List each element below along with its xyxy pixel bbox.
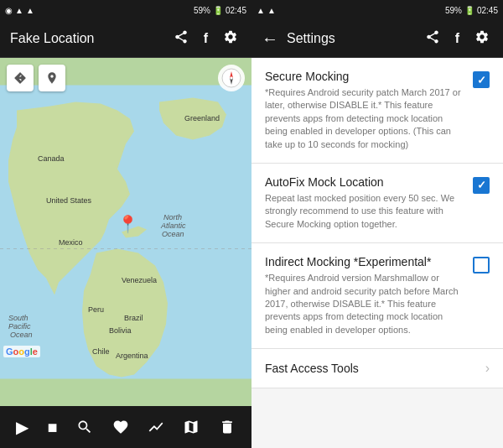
setting-indirect-mocking: Indirect Mocking *Experimental* *Require… bbox=[252, 243, 503, 349]
location-icon: ◉ bbox=[5, 6, 13, 15]
share-button-left[interactable] bbox=[170, 26, 192, 52]
autofix-mock-text: AutoFix Mock Location Repeat last mocked… bbox=[265, 175, 463, 231]
delete-button[interactable] bbox=[214, 414, 241, 440]
svg-text:Pacific: Pacific bbox=[8, 322, 31, 331]
svg-text:Greenland: Greenland bbox=[184, 114, 220, 122]
secure-mocking-checkbox[interactable] bbox=[473, 71, 490, 88]
battery-icon-left: 🔋 bbox=[213, 6, 223, 15]
svg-text:South: South bbox=[8, 314, 29, 322]
play-button[interactable]: ▶ bbox=[11, 412, 34, 442]
svg-text:Mexico: Mexico bbox=[59, 238, 83, 247]
secure-mocking-title: Secure Mocking bbox=[265, 70, 463, 83]
status-bar-right: ▲ ▲ 59% 🔋 02:45 bbox=[252, 0, 503, 20]
autofix-mock-desc: Repeat last mocked position every 50 sec… bbox=[265, 192, 463, 231]
setting-fast-access[interactable]: Fast Access Tools › bbox=[252, 349, 503, 388]
svg-text:Chile: Chile bbox=[92, 347, 110, 356]
signal-icon-right: ▲ bbox=[257, 6, 265, 15]
battery-percent-right: 59% bbox=[445, 6, 462, 15]
svg-text:Ocean: Ocean bbox=[10, 331, 33, 339]
svg-text:📍: 📍 bbox=[117, 214, 138, 234]
route-button[interactable] bbox=[143, 414, 169, 440]
indirect-mocking-text: Indirect Mocking *Experimental* *Require… bbox=[265, 255, 463, 336]
fast-access-title: Fast Access Tools bbox=[265, 362, 485, 375]
compass[interactable] bbox=[218, 65, 245, 91]
autofix-mock-checkbox[interactable] bbox=[473, 177, 490, 194]
svg-text:North: North bbox=[163, 213, 182, 221]
setting-secure-mocking: Secure Mocking *Requires Android securit… bbox=[252, 58, 503, 164]
share-button-right[interactable] bbox=[422, 26, 443, 52]
navigate-button[interactable] bbox=[7, 65, 34, 91]
fast-access-chevron-icon: › bbox=[485, 361, 490, 376]
facebook-button-right[interactable]: f bbox=[452, 28, 463, 49]
time-right: 02:45 bbox=[477, 6, 498, 15]
search-button[interactable] bbox=[71, 414, 98, 440]
setting-autofix-mock: AutoFix Mock Location Repeat last mocked… bbox=[252, 164, 503, 243]
signal-bars-icon: ▲ bbox=[15, 6, 23, 15]
settings-content: Secure Mocking *Requires Android securit… bbox=[252, 58, 503, 448]
svg-text:Bolivia: Bolivia bbox=[109, 326, 132, 335]
back-button[interactable]: ← bbox=[262, 29, 278, 49]
svg-text:Brazil: Brazil bbox=[124, 314, 143, 322]
secure-mocking-desc: *Requires Android security patch March 2… bbox=[265, 86, 463, 151]
secure-mocking-text: Secure Mocking *Requires Android securit… bbox=[265, 70, 463, 151]
svg-text:Venezuela: Venezuela bbox=[122, 276, 157, 284]
indirect-mocking-title: Indirect Mocking *Experimental* bbox=[265, 255, 463, 268]
status-right-left-icons: ▲ ▲ bbox=[257, 6, 276, 15]
map-button[interactable] bbox=[178, 414, 205, 440]
time-left: 02:45 bbox=[226, 6, 246, 15]
battery-icon-right: 🔋 bbox=[464, 6, 474, 15]
svg-text:Canada: Canada bbox=[38, 154, 65, 163]
right-panel: ▲ ▲ 59% 🔋 02:45 ← Settings f Secure Mock… bbox=[252, 0, 503, 448]
indirect-mocking-desc: *Requires Android version Marshmallow or… bbox=[265, 272, 463, 336]
settings-page-title: Settings bbox=[287, 31, 413, 46]
svg-text:Argentina: Argentina bbox=[116, 352, 148, 360]
facebook-button-left[interactable]: f bbox=[200, 28, 211, 49]
settings-button-left[interactable] bbox=[220, 26, 241, 52]
status-right-right-icons: 59% 🔋 02:45 bbox=[445, 6, 498, 15]
battery-percent-left: 59% bbox=[194, 6, 210, 15]
status-right-icons: 59% 🔋 02:45 bbox=[194, 6, 246, 15]
settings-button-right[interactable] bbox=[471, 26, 493, 52]
wifi-icon-right: ▲ bbox=[267, 6, 276, 15]
status-bar-left: ◉ ▲ ▲ 59% 🔋 02:45 bbox=[0, 0, 252, 20]
svg-text:Ocean: Ocean bbox=[162, 230, 184, 238]
bottom-bar: ▶ ■ bbox=[0, 406, 252, 448]
map-area[interactable]: Greenland Canada United States Mexico Ve… bbox=[0, 58, 252, 406]
app-title: Fake Location bbox=[10, 31, 162, 46]
google-logo: Google bbox=[3, 346, 40, 357]
map-controls bbox=[7, 65, 65, 91]
svg-text:United States: United States bbox=[46, 196, 92, 205]
favorites-button[interactable] bbox=[107, 414, 134, 440]
svg-text:Atlantic: Atlantic bbox=[160, 221, 186, 230]
stop-button[interactable]: ■ bbox=[43, 413, 63, 442]
toolbar-left: Fake Location f bbox=[0, 20, 252, 58]
status-left-icons: ◉ ▲ ▲ bbox=[5, 6, 34, 15]
autofix-mock-title: AutoFix Mock Location bbox=[265, 175, 463, 189]
wifi-icon: ▲ bbox=[26, 6, 34, 15]
indirect-mocking-checkbox[interactable] bbox=[473, 257, 490, 273]
svg-text:Peru: Peru bbox=[88, 305, 104, 314]
location-button[interactable] bbox=[39, 65, 65, 91]
left-panel: ◉ ▲ ▲ 59% 🔋 02:45 Fake Location f Gre bbox=[0, 0, 252, 448]
toolbar-right: ← Settings f bbox=[252, 20, 503, 58]
